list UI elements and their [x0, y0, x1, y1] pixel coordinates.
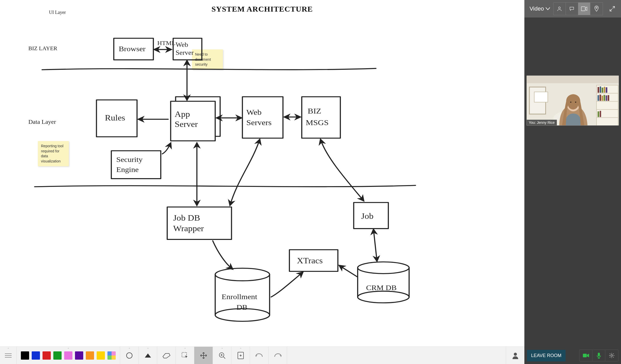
- svg-rect-41: [534, 92, 548, 102]
- svg-point-32: [358, 262, 409, 273]
- chevron-up-icon: ⌃: [147, 348, 149, 350]
- svg-point-65: [611, 355, 613, 357]
- redo-button[interactable]: [268, 347, 287, 364]
- video-thumbnail[interactable]: You: Jenny Rice: [526, 75, 619, 126]
- add-page-tool[interactable]: ⌃: [231, 347, 250, 364]
- svg-point-62: [575, 102, 576, 103]
- svg-text:MSGS: MSGS: [306, 118, 329, 127]
- svg-point-37: [596, 7, 597, 8]
- chat-icon[interactable]: [566, 3, 578, 15]
- svg-rect-53: [599, 95, 601, 101]
- camera-toggle-icon[interactable]: [580, 350, 592, 361]
- video-panel-view-icons: [553, 2, 603, 15]
- svg-text:Web: Web: [176, 41, 188, 48]
- svg-text:XTracs: XTracs: [297, 256, 323, 265]
- color-swatch-purple[interactable]: [75, 351, 83, 360]
- svg-rect-59: [600, 111, 601, 117]
- select-tool[interactable]: ⌃: [176, 347, 194, 364]
- expand-icon[interactable]: [607, 4, 617, 14]
- svg-text:Servers: Servers: [246, 118, 272, 127]
- svg-rect-63: [583, 354, 587, 357]
- svg-rect-64: [598, 353, 600, 356]
- whiteboard-canvas[interactable]: SYSTEM ARCHITECTURE UI Layer BIZ LAYER D…: [0, 0, 524, 346]
- chevron-up-icon: ⌃: [221, 348, 223, 350]
- video-panel-footer: LEAVE ROOM: [524, 347, 621, 364]
- svg-point-35: [559, 7, 560, 9]
- shape-tool[interactable]: ⌃: [120, 347, 139, 364]
- svg-text:Wrapper: Wrapper: [173, 224, 204, 233]
- chevron-down-icon: [546, 7, 550, 10]
- video-participant-label: You: Jenny Rice: [527, 120, 557, 125]
- bottom-toolbar: ⌃ ⌃ ⌃ ⌃: [0, 346, 524, 364]
- color-swatch-red[interactable]: [43, 351, 51, 360]
- svg-point-66: [127, 353, 132, 358]
- video-panel: Video: [524, 0, 621, 364]
- chevron-up-icon: ⌃: [67, 348, 69, 350]
- svg-rect-18: [111, 151, 161, 179]
- svg-point-61: [570, 102, 572, 103]
- video-panel-header: Video: [524, 0, 621, 18]
- svg-rect-21: [167, 207, 232, 239]
- svg-point-70: [514, 353, 517, 356]
- svg-rect-39: [527, 76, 619, 83]
- color-swatch-orange[interactable]: [86, 351, 94, 360]
- chevron-up-icon: ⌃: [184, 348, 186, 350]
- participants-icon[interactable]: [553, 3, 566, 15]
- svg-rect-51: [606, 87, 607, 93]
- svg-text:HTML: HTML: [157, 40, 176, 46]
- svg-text:Security: Security: [116, 156, 143, 163]
- svg-rect-49: [602, 88, 603, 93]
- microphone-toggle-icon[interactable]: [592, 350, 605, 361]
- svg-rect-12: [242, 97, 283, 138]
- pan-tool[interactable]: [194, 347, 213, 364]
- video-dropdown[interactable]: Video: [528, 5, 552, 12]
- diagram-sketch: Browser HTML Web Server Rules App Server…: [0, 0, 524, 346]
- color-swatch-yellow[interactable]: [97, 351, 105, 360]
- settings-gear-icon[interactable]: [605, 350, 618, 361]
- svg-text:Browser: Browser: [119, 45, 146, 53]
- leave-room-button[interactable]: LEAVE ROOM: [527, 350, 566, 361]
- color-palette: [19, 351, 118, 360]
- svg-rect-47: [598, 87, 599, 93]
- svg-text:BIZ: BIZ: [308, 107, 321, 115]
- eraser-tool[interactable]: [157, 347, 176, 364]
- profile-button[interactable]: [506, 347, 524, 364]
- color-swatch-black[interactable]: [21, 351, 29, 360]
- svg-rect-57: [608, 95, 609, 101]
- svg-text:Engine: Engine: [116, 166, 139, 173]
- svg-text:Rules: Rules: [105, 114, 125, 122]
- svg-text:DB: DB: [237, 303, 248, 311]
- svg-text:Server: Server: [175, 120, 198, 128]
- svg-rect-55: [603, 95, 605, 101]
- svg-rect-15: [302, 97, 340, 138]
- svg-point-28: [215, 268, 270, 281]
- svg-text:Server: Server: [176, 49, 194, 56]
- svg-rect-48: [600, 86, 601, 93]
- zoom-tool[interactable]: ⌃: [213, 347, 231, 364]
- svg-text:CRM DB: CRM DB: [366, 284, 397, 292]
- svg-text:Job DB: Job DB: [173, 213, 200, 222]
- color-swatch-green[interactable]: [53, 351, 62, 360]
- svg-rect-36: [581, 7, 585, 11]
- color-swatch-multi[interactable]: [107, 351, 116, 360]
- svg-point-33: [358, 291, 409, 303]
- chevron-up-icon: ⌃: [7, 348, 9, 350]
- video-scene-illustration: [527, 76, 619, 126]
- video-grid-icon[interactable]: [578, 3, 591, 15]
- location-icon[interactable]: [590, 3, 603, 15]
- svg-rect-52: [598, 95, 599, 101]
- menu-button[interactable]: [2, 353, 14, 358]
- svg-text:Job: Job: [361, 212, 373, 220]
- undo-button[interactable]: [250, 347, 268, 364]
- svg-rect-58: [598, 111, 599, 117]
- color-swatch-pink[interactable]: [64, 351, 72, 360]
- svg-rect-54: [602, 96, 603, 101]
- color-swatch-blue[interactable]: [32, 351, 40, 360]
- svg-text:Web: Web: [246, 108, 262, 116]
- video-dropdown-label: Video: [530, 5, 544, 12]
- svg-text:Enrollment: Enrollment: [222, 293, 257, 301]
- pen-tool[interactable]: ⌃: [139, 347, 157, 364]
- svg-rect-56: [606, 96, 607, 101]
- chevron-up-icon: ⌃: [128, 348, 130, 350]
- chevron-up-icon: ⌃: [240, 348, 242, 350]
